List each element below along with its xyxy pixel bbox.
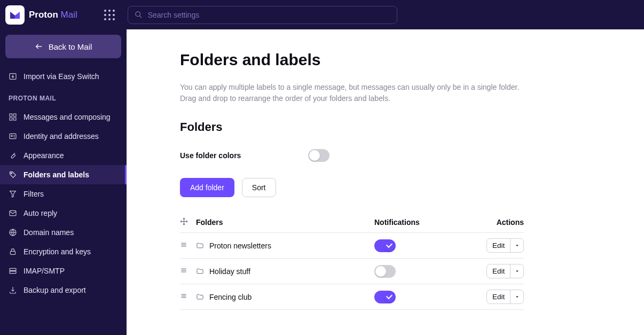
svg-rect-17 bbox=[10, 251, 15, 254]
chevron-down-icon bbox=[515, 294, 520, 299]
server-icon bbox=[9, 267, 17, 275]
sidebar-item-backup[interactable]: Backup and export bbox=[0, 281, 127, 300]
sidebar-item-label: Backup and export bbox=[23, 286, 86, 294]
sidebar-item-domain-names[interactable]: Domain names bbox=[0, 223, 127, 242]
edit-folder-button[interactable]: Edit bbox=[486, 264, 524, 278]
chevron-down-icon bbox=[515, 269, 520, 274]
svg-point-9 bbox=[11, 135, 13, 137]
use-folder-colors-toggle[interactable] bbox=[308, 149, 329, 162]
move-icon bbox=[180, 217, 196, 227]
edit-dropdown-caret[interactable] bbox=[510, 290, 524, 303]
svg-line-1 bbox=[139, 15, 142, 18]
edit-folder-button[interactable]: Edit bbox=[486, 290, 524, 304]
sidebar-item-encryption[interactable]: Encryption and keys bbox=[0, 242, 127, 261]
export-icon bbox=[9, 286, 17, 294]
sidebar-item-label: Domain names bbox=[23, 228, 74, 237]
folder-row: Proton newsletters Edit bbox=[180, 233, 524, 259]
svg-rect-18 bbox=[10, 268, 16, 270]
sidebar-item-label: Appearance bbox=[23, 151, 64, 160]
drag-handle[interactable] bbox=[180, 241, 196, 250]
sidebar-item-auto-reply[interactable]: Auto reply bbox=[0, 204, 127, 223]
sort-button[interactable]: Sort bbox=[242, 178, 276, 197]
arrow-left-icon bbox=[35, 42, 43, 51]
sidebar-item-imap[interactable]: IMAP/SMTP bbox=[0, 261, 127, 281]
edit-folder-button[interactable]: Edit bbox=[486, 238, 524, 253]
add-folder-button[interactable]: Add folder bbox=[180, 178, 234, 197]
svg-marker-33 bbox=[516, 296, 519, 298]
chevron-down-icon bbox=[515, 243, 520, 248]
top-header: Proton Mail bbox=[0, 0, 644, 29]
grid-icon bbox=[9, 113, 17, 121]
sidebar-item-label: Folders and labels bbox=[23, 170, 89, 179]
brand-text: Proton Mail bbox=[29, 10, 77, 20]
col-header-folders: Folders bbox=[196, 218, 374, 227]
svg-rect-6 bbox=[10, 118, 12, 120]
id-card-icon bbox=[9, 132, 17, 141]
apps-grid-button[interactable] bbox=[102, 7, 117, 22]
page-title: Folders and labels bbox=[180, 51, 524, 69]
svg-point-0 bbox=[136, 12, 140, 17]
col-header-notifications: Notifications bbox=[374, 218, 486, 227]
page-description: You can apply multiple labels to a singl… bbox=[180, 82, 524, 104]
notification-toggle[interactable] bbox=[374, 239, 396, 252]
folder-row: Fencing club Edit bbox=[180, 284, 524, 310]
funnel-icon bbox=[9, 190, 17, 198]
folders-table-header: Folders Notifications Actions bbox=[180, 212, 524, 233]
notification-toggle[interactable] bbox=[374, 291, 396, 303]
svg-marker-13 bbox=[10, 191, 16, 197]
brush-icon bbox=[9, 151, 17, 160]
edit-dropdown-caret[interactable] bbox=[510, 239, 524, 252]
svg-rect-19 bbox=[10, 271, 16, 274]
proton-mail-icon bbox=[5, 5, 25, 25]
search-settings[interactable] bbox=[128, 6, 397, 24]
sidebar-item-label: Import via Easy Switch bbox=[23, 72, 99, 81]
sidebar-item-identity[interactable]: Identity and addresses bbox=[0, 127, 127, 146]
svg-rect-7 bbox=[13, 118, 16, 120]
sidebar-item-label: Messages and composing bbox=[23, 113, 111, 121]
sidebar-item-folders-labels[interactable]: Folders and labels bbox=[0, 165, 127, 184]
use-folder-colors-row: Use folder colors bbox=[180, 149, 524, 162]
search-icon bbox=[135, 11, 143, 19]
svg-rect-5 bbox=[13, 114, 16, 116]
svg-point-12 bbox=[11, 173, 12, 174]
sidebar-item-label: IMAP/SMTP bbox=[23, 267, 65, 275]
back-to-mail-button[interactable]: Back to Mail bbox=[5, 35, 121, 58]
lock-icon bbox=[9, 247, 17, 256]
tag-icon bbox=[9, 170, 17, 179]
settings-sidebar: Back to Mail Import via Easy Switch PROT… bbox=[0, 29, 127, 335]
folder-name-cell: Holiday stuff bbox=[196, 267, 374, 276]
sidebar-item-appearance[interactable]: Appearance bbox=[0, 146, 127, 165]
sidebar-item-import[interactable]: Import via Easy Switch bbox=[0, 67, 127, 86]
sidebar-item-label: Identity and addresses bbox=[23, 132, 99, 141]
svg-rect-4 bbox=[10, 114, 12, 116]
folder-name-cell: Proton newsletters bbox=[196, 241, 374, 250]
notification-toggle[interactable] bbox=[374, 265, 396, 278]
sidebar-item-messages[interactable]: Messages and composing bbox=[0, 107, 127, 127]
sidebar-item-label: Encryption and keys bbox=[23, 247, 91, 256]
globe-icon bbox=[9, 228, 17, 237]
sidebar-item-label: Auto reply bbox=[23, 209, 57, 217]
sidebar-section-header: PROTON MAIL bbox=[0, 86, 127, 107]
folder-name: Proton newsletters bbox=[209, 241, 271, 250]
reply-icon bbox=[9, 209, 17, 217]
search-input[interactable] bbox=[148, 11, 390, 19]
svg-marker-29 bbox=[516, 270, 519, 272]
folder-icon bbox=[196, 267, 204, 275]
edit-label: Edit bbox=[487, 290, 510, 303]
edit-dropdown-caret[interactable] bbox=[510, 264, 524, 278]
folder-icon bbox=[196, 293, 204, 301]
edit-label: Edit bbox=[487, 239, 510, 252]
col-header-actions: Actions bbox=[486, 218, 524, 227]
folder-row: Holiday stuff Edit bbox=[180, 259, 524, 284]
svg-marker-25 bbox=[516, 245, 519, 246]
sidebar-item-label: Filters bbox=[23, 190, 44, 198]
folders-heading: Folders bbox=[180, 120, 524, 134]
sidebar-item-filters[interactable]: Filters bbox=[0, 184, 127, 204]
drag-handle[interactable] bbox=[180, 267, 196, 276]
folder-name: Fencing club bbox=[209, 293, 252, 301]
brand-logo[interactable]: Proton Mail bbox=[5, 5, 77, 25]
use-folder-colors-label: Use folder colors bbox=[180, 151, 308, 160]
folder-name: Holiday stuff bbox=[209, 267, 250, 276]
drag-handle[interactable] bbox=[180, 292, 196, 301]
folder-icon bbox=[196, 241, 204, 250]
